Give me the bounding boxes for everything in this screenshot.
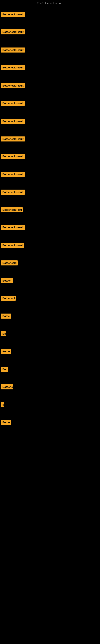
bottleneck-result-badge: Bottleneck result: [1, 136, 25, 142]
bottleneck-result-badge: Bottleneck result: [1, 243, 24, 248]
bottleneck-result-badge: Bottleneck result: [1, 190, 25, 194]
bottleneck-result-badge: Bo: [1, 331, 6, 336]
bottleneck-result-badge: Bottleneck result: [1, 225, 25, 230]
badges-container: Bottleneck resultBottleneck resultBottle…: [0, 6, 100, 644]
bottleneck-result-badge: Bottleneck result: [1, 100, 25, 106]
bottleneck-result-badge: B: [1, 402, 4, 407]
bottleneck-result-badge: Bottle: [1, 314, 11, 318]
bottleneck-result-badge: Bottlen: [1, 278, 13, 283]
bottleneck-result-badge: Bottleneck result: [1, 172, 25, 177]
bottleneck-result-badge: Bottleneck result: [1, 12, 25, 17]
bottleneck-result-badge: Bottleneck result: [1, 48, 25, 52]
bottleneck-result-badge: Bottleneck result: [1, 154, 25, 159]
bottleneck-result-badge: Bottleneck resu: [1, 207, 23, 212]
site-title: TheBottlenecker.com: [0, 0, 100, 6]
bottleneck-result-badge: Bottleneck result: [1, 65, 25, 70]
bottleneck-result-badge: Bottleneck result: [1, 30, 25, 34]
bottleneck-result-badge: Bott: [1, 367, 8, 372]
bottleneck-result-badge: Bottleneck: [1, 296, 16, 301]
bottleneck-result-badge: Bottle: [1, 349, 11, 354]
bottleneck-result-badge: Bottleneck r: [1, 260, 18, 266]
site-title-bar: TheBottlenecker.com: [0, 0, 100, 6]
bottleneck-result-badge: Bottleneck result: [1, 119, 25, 124]
bottleneck-result-badge: Bottle: [1, 420, 11, 425]
bottleneck-result-badge: Bottleneck result: [1, 83, 25, 88]
bottleneck-result-badge: Bottlene: [1, 384, 13, 390]
